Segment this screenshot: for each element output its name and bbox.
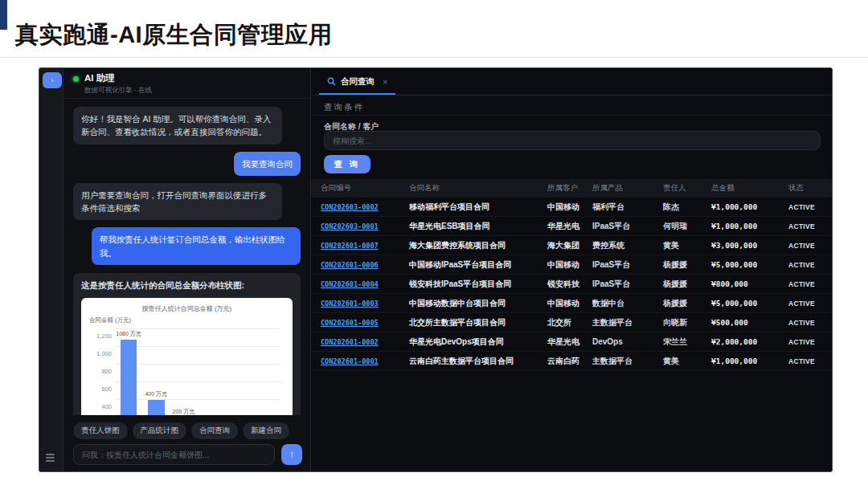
column-header: 所属产品 (592, 183, 663, 194)
cell-customer: 中国移动 (547, 202, 592, 213)
chat-messages: 你好！我是智合 AI 助理。可以帮你查询合同、录入新合同、查看收款情况，或者直接… (63, 99, 310, 415)
page-title: 真实跑通-AI原生合同管理应用 (15, 19, 332, 51)
assistant-subtitle: 数据可视化引擎 · 在线 (84, 86, 152, 96)
quick-chip[interactable]: 责任人饼图 (73, 422, 128, 439)
chat-message-assistant-chart: 这是按责任人统计的合同总金额分布柱状图: 按责任人统计合同总金额 (万元) 合同… (73, 273, 301, 415)
query-button[interactable]: 查 询 (324, 155, 371, 173)
cell-amount: ¥1,000,000 (711, 222, 788, 230)
cell-status: ACTIVE (788, 319, 825, 327)
cell-status: ACTIVE (788, 222, 825, 230)
fuzzy-search-input[interactable] (324, 131, 821, 150)
tab-contract-query[interactable]: 合同查询 × (319, 68, 395, 95)
cell-amount: ¥5,000,000 (711, 299, 788, 308)
tab-active-underline (319, 93, 395, 95)
quick-chip[interactable]: 产品统计图 (133, 422, 187, 439)
cell-contract-no[interactable]: CON202601-0007 (321, 242, 409, 250)
tab-close-icon[interactable]: × (383, 77, 387, 87)
cell-contract-name: 北交所主数据平台项目合同 (409, 317, 547, 328)
cell-contract-name: 华星光电DevOps项目合同 (409, 336, 547, 348)
column-header: 总金额 (711, 183, 788, 194)
bar-chart: 按责任人统计合同总金额 (万元) 合同金额 (万元) 0200400600800… (81, 298, 293, 415)
cell-owner: 向晓新 (663, 317, 711, 328)
cell-amount: ¥500,000 (711, 318, 788, 327)
table-row[interactable]: CON202603-0002移动福利平台项目合同中国移动福利平台陈杰¥1,000… (311, 198, 832, 217)
cell-contract-name: 云南白药主数据平台项目合同 (409, 356, 547, 367)
cell-contract-no[interactable]: CON202601-0006 (321, 261, 409, 269)
cell-amount: ¥1,000,000 (711, 202, 788, 211)
table-row[interactable]: CON202601-0003中国移动数据中台项目合同中国移动数据中台杨媛媛¥5,… (311, 294, 832, 313)
quick-chip[interactable]: 合同查询 (191, 422, 238, 439)
y-tick-label: 1,200 (96, 332, 112, 339)
column-header: 合同名称 (409, 183, 547, 194)
workspace-panel: 合同查询 × 查询条件 合同名称 / 客户 查 询 合同编号合同名称所属客户所属… (311, 68, 832, 471)
chat-message-assistant: 你好！我是智合 AI 助理。可以帮你查询合同、录入新合同、查看收款情况，或者直接… (73, 107, 282, 145)
title-divider (0, 57, 868, 58)
cell-customer: 华星光电 (547, 221, 592, 232)
cell-product: 数据中台 (592, 298, 663, 309)
cell-customer: 华星光电 (547, 336, 592, 348)
quick-action-chips: 责任人饼图产品统计图合同查询新建合同 (73, 422, 304, 439)
sidebar-toggle-button[interactable]: › (43, 72, 62, 88)
column-header: 合同编号 (321, 183, 409, 194)
y-tick-label: 800 (101, 367, 112, 374)
cell-customer: 海大集团 (547, 240, 592, 251)
cell-contract-no[interactable]: CON202603-0002 (321, 203, 409, 211)
quick-chip[interactable]: 新建合同 (243, 422, 289, 439)
cell-contract-no[interactable]: CON202601-0005 (321, 319, 409, 327)
menu-icon[interactable] (46, 454, 57, 462)
left-rail: › (39, 68, 63, 471)
table-row[interactable]: CON202601-0007海大集团费控系统项目合同海大集团费控系统黄美¥3,0… (311, 236, 832, 255)
cell-contract-no[interactable]: CON202603-0001 (321, 222, 409, 230)
send-button[interactable]: ↑ (281, 444, 302, 465)
cell-amount: ¥5,000,000 (711, 260, 788, 269)
column-header: 责任人 (663, 183, 711, 194)
cell-contract-no[interactable]: CON202601-0001 (321, 357, 409, 365)
tab-label: 合同查询 (341, 76, 375, 88)
cell-contract-name: 中国移动IPaaS平台项目合同 (409, 259, 547, 271)
bar (121, 340, 137, 415)
search-icon (327, 77, 336, 86)
cell-owner: 杨媛媛 (663, 259, 711, 271)
cell-contract-name: 移动福利平台项目合同 (409, 202, 547, 213)
cell-contract-name: 中国移动数据中台项目合同 (409, 298, 547, 309)
table-row[interactable]: CON202601-0006中国移动IPaaS平台项目合同中国移动IPaaS平台… (311, 255, 832, 275)
table-row[interactable]: CON202601-0002华星光电DevOps项目合同华星光电DevOps宋兰… (311, 332, 832, 352)
cell-status: ACTIVE (788, 300, 825, 308)
cell-customer: 中国移动 (547, 259, 592, 271)
cell-contract-no[interactable]: CON202601-0002 (321, 338, 409, 346)
query-conditions-title: 查询条件 (324, 102, 364, 113)
cell-status: ACTIVE (788, 357, 825, 365)
cell-status: ACTIVE (788, 242, 825, 250)
bar-value-label: 1080 万元 (116, 330, 141, 338)
bar-value-label: 400 万元 (145, 390, 167, 398)
column-header: 所属客户 (547, 183, 592, 194)
cell-owner: 陈杰 (663, 202, 711, 213)
table-row[interactable]: CON202601-0001云南白药主数据平台项目合同云南白药主数据平台黄美¥1… (311, 352, 832, 371)
cell-contract-no[interactable]: CON202601-0004 (321, 280, 409, 288)
cell-contract-name: 华星光电ESB项目合同 (409, 221, 547, 232)
chart-title: 按责任人统计合同总金额 (万元) (88, 304, 286, 313)
cell-customer: 北交所 (547, 317, 592, 328)
bar-value-label: 200 万元 (173, 408, 195, 415)
cell-owner: 何明瑞 (663, 221, 711, 232)
section-divider (311, 115, 832, 116)
online-status-icon (73, 76, 79, 82)
table-row[interactable]: CON202603-0001华星光电ESB项目合同华星光电IPaaS平台何明瑞¥… (311, 217, 832, 236)
cell-product: 费控系统 (592, 240, 663, 251)
cell-amount: ¥2,000,000 (711, 337, 788, 346)
assistant-title: AI 助理 (84, 73, 152, 84)
chat-header: AI 助理 数据可视化引擎 · 在线 (63, 68, 310, 99)
cell-owner: 宋兰兰 (663, 336, 711, 348)
cell-contract-no[interactable]: CON202601-0003 (321, 300, 409, 308)
chat-message-user: 帮我按责任人统计签订合同总金额，输出柱状图给我。 (92, 227, 301, 265)
chat-input[interactable] (73, 444, 275, 465)
cell-customer: 云南白药 (547, 356, 592, 367)
table-row[interactable]: CON202601-0004锐安科技IPaaS平台项目合同锐安科技IPaaS平台… (311, 275, 832, 294)
cell-status: ACTIVE (788, 338, 825, 346)
table-row[interactable]: CON202601-0005北交所主数据平台项目合同北交所主数据平台向晓新¥50… (311, 313, 832, 332)
y-tick-label: 400 (101, 402, 112, 410)
chat-panel: AI 助理 数据可视化引擎 · 在线 你好！我是智合 AI 助理。可以帮你查询合… (63, 68, 311, 471)
cell-product: 福利平台 (592, 202, 663, 213)
cell-product: IPaaS平台 (592, 279, 663, 290)
cell-amount: ¥1,000,000 (711, 357, 788, 365)
